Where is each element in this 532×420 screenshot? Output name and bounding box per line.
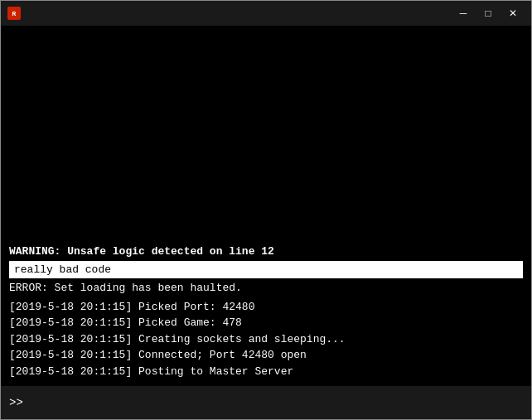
warning-line: WARNING: Unsafe logic detected on line 1…	[9, 245, 523, 258]
error-line: ERROR: Set loading has been haulted.	[9, 282, 523, 294]
console-prompt: >>	[9, 396, 23, 409]
close-button[interactable]: ✕	[501, 4, 525, 22]
title-bar-left: R	[7, 7, 21, 20]
maximize-button[interactable]: □	[476, 4, 500, 22]
minimize-button[interactable]: ─	[452, 4, 475, 22]
log-line-5: [2019-5-18 20:1:15] Posting to Master Se…	[9, 364, 523, 380]
code-box: really bad code	[9, 261, 523, 278]
title-bar: R ─ □ ✕	[1, 1, 531, 26]
log-lines: [2019-5-18 20:1:15] Picked Port: 42480 […	[9, 299, 523, 380]
log-line-4: [2019-5-18 20:1:15] Connected; Port 4248…	[9, 347, 523, 364]
upper-empty-space	[9, 32, 523, 245]
title-bar-controls: ─ □ ✕	[452, 4, 525, 22]
bottom-bar: >>	[1, 386, 531, 419]
console-area: WARNING: Unsafe logic detected on line 1…	[1, 26, 531, 386]
main-window: R ─ □ ✕ WARNING: Unsafe logic detected o…	[0, 0, 532, 420]
log-line-2: [2019-5-18 20:1:15] Picked Game: 478	[9, 315, 523, 331]
log-line-1: [2019-5-18 20:1:15] Picked Port: 42480	[9, 299, 523, 316]
console-content: WARNING: Unsafe logic detected on line 1…	[9, 245, 523, 380]
log-line-3: [2019-5-18 20:1:15] Creating sockets and…	[9, 331, 523, 348]
svg-text:R: R	[12, 10, 17, 17]
app-icon: R	[7, 7, 21, 20]
